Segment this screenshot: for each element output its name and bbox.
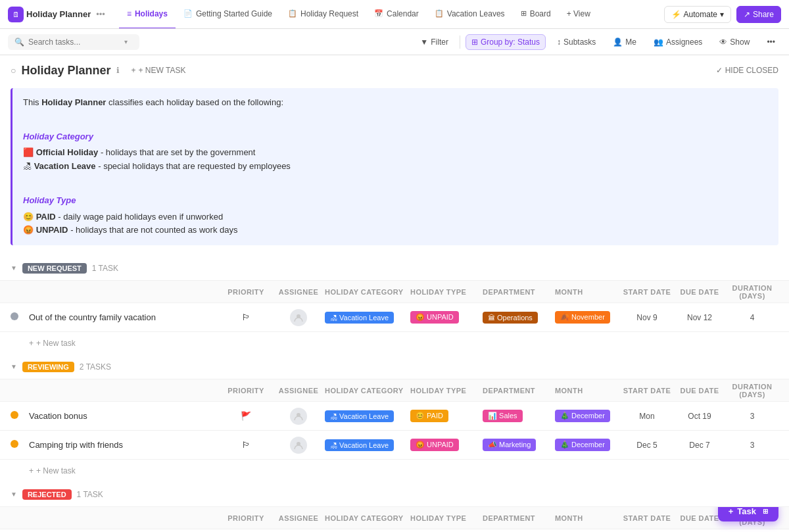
tab-holiday-request[interactable]: 📋 Holiday Request	[280, 0, 366, 29]
task-holiday-type-t1[interactable]: 😡 UNPAID	[410, 311, 483, 324]
app-dots[interactable]: •••	[96, 9, 105, 19]
board-icon: ⊞	[521, 9, 527, 18]
unpaid-emoji: 😡	[23, 225, 36, 235]
task-start-t2: Mon	[621, 412, 673, 421]
col-priority-header: PRIORITY	[220, 514, 272, 522]
toggle-icon[interactable]: ▼	[11, 491, 17, 498]
tab-board[interactable]: ⊞ Board	[513, 0, 559, 29]
tab-holidays[interactable]: ≡ Holidays	[119, 0, 176, 29]
task-priority-t1[interactable]: 🏳	[220, 312, 272, 322]
share-label: Share	[753, 10, 774, 19]
automate-button[interactable]: ⚡ Automate ▾	[664, 6, 731, 23]
task-assignee-t2[interactable]	[272, 408, 325, 425]
assignees-btn[interactable]: 👥 Assignees	[648, 34, 708, 50]
task-holiday-cat-t2[interactable]: 🏖 Vacation Leave	[325, 410, 410, 422]
groups-container: ▼ NEW REQUEST 1 TASK PRIORITY ASSIGNEE H…	[0, 256, 789, 532]
tab-calendar[interactable]: 📅 Calendar	[366, 0, 427, 29]
task-priority-t2[interactable]: 🚩	[220, 411, 272, 421]
month-chip: 🎄 December	[555, 439, 610, 451]
add-task-row-reviewing[interactable]: + + New task	[0, 460, 789, 482]
new-task-button[interactable]: + + NEW TASK	[125, 63, 193, 78]
task-due-t2: Oct 19	[673, 412, 726, 421]
toggle-icon[interactable]: ▼	[11, 264, 17, 272]
task-holiday-type-t2[interactable]: 😊 PAID	[410, 410, 483, 422]
group-reviewing: ▼ REVIEWING 2 TASKS PRIORITY ASSIGNEE HO…	[0, 354, 789, 482]
official-desc: - holidays that are set by the governmen…	[101, 147, 256, 157]
unpaid-label: UNPAID	[36, 225, 68, 235]
task-assignee-t1[interactable]	[272, 309, 325, 326]
holiday-type-chip: 😊 PAID	[410, 410, 448, 422]
add-view-label: + View	[567, 9, 590, 18]
priority-flag: 🚩	[241, 411, 251, 421]
more-options-icon: •••	[767, 37, 775, 47]
automate-icon: ⚡	[671, 10, 681, 19]
task-holiday-type-t3[interactable]: 😡 UNPAID	[410, 439, 483, 451]
task-checkbox-t1[interactable]	[11, 312, 29, 322]
task-priority-t3[interactable]: 🏳	[220, 440, 272, 450]
task-month-t3[interactable]: 🎄 December	[555, 439, 621, 451]
search-chevron[interactable]: ▾	[124, 38, 128, 45]
info-icon[interactable]: ℹ	[116, 66, 120, 75]
collapse-icon[interactable]: ○	[11, 65, 16, 76]
col-start-header: START DATE	[621, 514, 673, 522]
add-task-plus: +	[29, 466, 34, 475]
toolbar: 🔍 ▾ ▼ Filter ⊞ Group by: Status ↕ Subtas…	[0, 29, 789, 55]
status-header-reviewing[interactable]: ▼ REVIEWING 2 TASKS	[0, 354, 789, 379]
subtasks-btn[interactable]: ↕ Subtasks	[551, 34, 602, 50]
tab-getting-started[interactable]: 📄 Getting Started Guide	[176, 0, 280, 29]
add-task-row-new-request[interactable]: + + New task	[0, 332, 789, 354]
paid-emoji: 😊	[23, 212, 36, 222]
col-start-header: START DATE	[621, 387, 673, 395]
show-btn[interactable]: 👁 Show	[713, 34, 755, 50]
vacation-desc: - special holidays that are requested by…	[98, 161, 291, 171]
task-assignee-t3[interactable]	[272, 437, 325, 454]
task-start-t1: Nov 9	[621, 313, 673, 322]
subtasks-label: Subtasks	[563, 37, 596, 47]
task-checkbox-t3[interactable]	[11, 440, 29, 450]
vacation-label: Vacation Leave	[34, 161, 96, 171]
task-checkbox-t2[interactable]	[11, 411, 29, 421]
holidays-tab-icon: ≡	[127, 9, 132, 18]
task-name-t2[interactable]: Vacation bonus	[29, 411, 87, 421]
vacation-leaves-label: Vacation Leaves	[447, 9, 505, 18]
task-department-t3[interactable]: 📣 Marketing	[483, 439, 555, 451]
task-holiday-cat-t3[interactable]: 🏖 Vacation Leave	[325, 439, 410, 451]
task-name-t3[interactable]: Camping trip with friends	[29, 440, 123, 450]
vacation-emoji: 🏖	[23, 161, 34, 171]
me-icon: 👤	[613, 37, 623, 47]
task-department-t2[interactable]: 📊 Sales	[483, 410, 555, 422]
hide-closed-button[interactable]: ✓ HIDE CLOSED	[716, 66, 778, 75]
calendar-label: Calendar	[387, 9, 419, 18]
search-box[interactable]: 🔍 ▾	[8, 34, 139, 50]
more-options-btn[interactable]: •••	[761, 34, 781, 50]
paid-label: PAID	[36, 212, 56, 222]
col-holiday-cat-header: HOLIDAY CATEGORY	[325, 514, 410, 522]
status-header-new-request[interactable]: ▼ NEW REQUEST 1 TASK	[0, 256, 789, 281]
col-due-header: DUE DATE	[673, 387, 726, 395]
page-title: Holiday Planner	[21, 64, 110, 78]
col-holiday-cat-header: HOLIDAY CATEGORY	[325, 288, 410, 296]
task-department-t1[interactable]: 🏛 Operations	[483, 312, 555, 324]
month-chip: 🍂 November	[555, 311, 610, 324]
tab-vacation-leaves[interactable]: 📋 Vacation Leaves	[427, 0, 513, 29]
paid-line: 😊 PAID - daily wage paid holidays even i…	[23, 210, 768, 224]
filter-btn[interactable]: ▼ Filter	[414, 34, 454, 50]
task-duration-t1: 4	[726, 313, 778, 322]
me-btn[interactable]: 👤 Me	[607, 34, 642, 50]
task-month-t1[interactable]: 🍂 November	[555, 311, 621, 324]
status-badge-rejected: REJECTED	[22, 489, 72, 500]
col-department-header: DEPARTMENT	[483, 514, 555, 522]
share-button[interactable]: ↗ Share	[736, 6, 781, 23]
search-input[interactable]	[28, 37, 120, 47]
task-holiday-cat-t1[interactable]: 🏖 Vacation Leave	[325, 312, 410, 324]
filter-label: Filter	[431, 37, 448, 47]
group-by-btn[interactable]: ⊞ Group by: Status	[466, 34, 546, 50]
task-dot	[11, 440, 18, 448]
status-header-rejected[interactable]: ▼ REJECTED 1 TASK	[0, 482, 789, 507]
task-name-t1[interactable]: Out of the country family vacation	[29, 312, 156, 322]
task-row-t4: Cruise trip 🏳 🏖 Vacation Leave 😊 PAID	[0, 529, 789, 532]
toggle-icon[interactable]: ▼	[11, 363, 17, 370]
status-count-reviewing: 2 TASKS	[80, 362, 111, 372]
tab-add-view[interactable]: + View	[559, 0, 598, 29]
task-month-t2[interactable]: 🎄 December	[555, 410, 621, 422]
